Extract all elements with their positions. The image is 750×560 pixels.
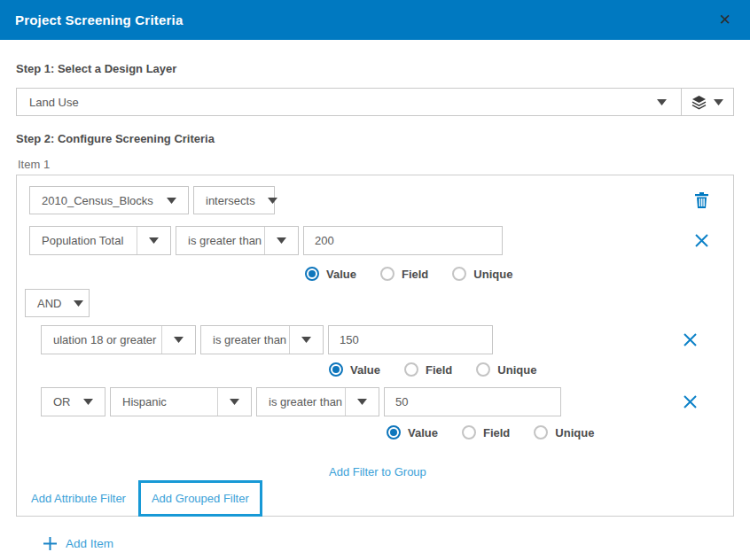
radio-value-label: Value <box>350 363 380 377</box>
filter-row: Population Total is greater than <box>29 226 721 255</box>
item-layer-select[interactable]: 2010_Census_Blocks <box>29 186 189 214</box>
radio-icon <box>380 267 395 281</box>
trash-icon <box>695 192 708 208</box>
radio-value-label: Value <box>326 268 356 281</box>
chevron-down-icon[interactable] <box>289 326 323 354</box>
group-operator-value: AND <box>26 297 70 310</box>
radio-field-label: Field <box>483 426 510 439</box>
radio-selected-icon <box>329 362 343 377</box>
filter-row: ulation 18 or greater is greater than <box>41 325 721 354</box>
tutorial-highlight-box: Add Grouped Filter <box>138 480 262 517</box>
remove-filter2-button[interactable] <box>684 333 697 346</box>
operation-value: intersects <box>194 194 264 207</box>
close-icon <box>684 333 697 346</box>
chevron-down-icon[interactable] <box>217 388 251 416</box>
dialog-header: Project Screening Criteria ✕ <box>0 0 750 40</box>
filter2-value-input[interactable] <box>328 325 493 354</box>
filter3-operator-value: is greater than <box>257 388 345 416</box>
radio-icon <box>476 362 490 377</box>
design-layer-select[interactable]: Land Use <box>16 88 734 116</box>
filter1-operator-select[interactable]: is greater than <box>176 226 299 255</box>
filter2-operator-select[interactable]: is greater than <box>200 325 324 354</box>
close-icon[interactable]: ✕ <box>715 11 735 29</box>
item-label: Item 1 <box>18 158 734 171</box>
close-icon <box>684 395 697 408</box>
filter-row: OR Hispanic is greater than <box>41 387 721 416</box>
filter2-field-value: ulation 18 or greater <box>42 326 161 354</box>
radio-value[interactable]: Value <box>329 362 380 377</box>
step2-label: Step 2: Configure Screening Criteria <box>16 132 734 145</box>
layers-icon <box>691 95 707 110</box>
delete-item-button[interactable] <box>695 192 708 208</box>
chevron-down-icon <box>70 300 95 307</box>
grouped-filter: ulation 18 or greater is greater than <box>41 325 721 478</box>
filter3-operator-select[interactable]: is greater than <box>256 387 379 416</box>
radio-field[interactable]: Field <box>462 425 510 439</box>
step1-label: Step 1: Select a Design Layer <box>16 62 734 75</box>
filter2-field-select[interactable]: ulation 18 or greater <box>41 325 196 354</box>
item-layer-value: 2010_Census_Blocks <box>30 194 163 207</box>
filter3-join-value: OR <box>42 395 80 408</box>
radio-selected-icon <box>305 267 319 281</box>
item-panel: 2010_Census_Blocks intersects <box>16 175 734 517</box>
plus-icon <box>43 536 58 551</box>
add-grouped-filter-link[interactable]: Add Grouped Filter <box>152 492 249 505</box>
add-attribute-filter-link[interactable]: Add Attribute Filter <box>31 492 126 505</box>
remove-filter3-button[interactable] <box>684 395 697 408</box>
chevron-down-icon <box>80 399 105 405</box>
radio-unique-label: Unique <box>473 268 512 281</box>
filter3-value-input[interactable] <box>384 387 561 416</box>
chevron-down-icon <box>163 198 188 204</box>
filter1-field-select[interactable]: Population Total <box>29 226 171 255</box>
radio-unique[interactable]: Unique <box>534 425 594 439</box>
radio-unique-label: Unique <box>555 426 594 439</box>
radio-selected-icon <box>387 425 401 439</box>
radio-field[interactable]: Field <box>404 362 452 377</box>
layers-dropdown-button[interactable] <box>682 89 733 115</box>
radio-value-label: Value <box>408 426 438 439</box>
radio-icon <box>462 425 476 439</box>
chevron-down-icon[interactable] <box>161 326 195 354</box>
radio-icon <box>452 267 466 281</box>
radio-unique[interactable]: Unique <box>476 362 536 377</box>
chevron-down-icon <box>264 198 289 204</box>
radio-icon <box>404 362 418 377</box>
chevron-down-icon <box>714 99 723 105</box>
filter2-operator-value: is greater than <box>201 326 289 354</box>
filter3-join-select[interactable]: OR <box>41 387 105 416</box>
panel-footer-links: Add Attribute Filter Add Grouped Filter <box>31 480 721 517</box>
chevron-down-icon[interactable] <box>137 227 170 254</box>
add-item-button[interactable]: Add Item <box>43 536 734 551</box>
add-filter-to-group-link[interactable]: Add Filter to Group <box>329 465 426 478</box>
group-operator-select[interactable]: AND <box>25 289 90 317</box>
filter3-mode-radios: Value Field Unique <box>387 425 721 439</box>
radio-unique[interactable]: Unique <box>452 267 512 281</box>
radio-value[interactable]: Value <box>305 267 356 281</box>
layer-operation-row: 2010_Census_Blocks intersects <box>29 186 721 214</box>
filter3-field-select[interactable]: Hispanic <box>110 387 252 416</box>
radio-field-label: Field <box>402 268 428 281</box>
filter1-operator-value: is greater than <box>176 227 264 254</box>
filter1-value-input[interactable] <box>303 226 503 255</box>
remove-filter1-button[interactable] <box>695 234 708 247</box>
filter1-field-value: Population Total <box>30 227 137 254</box>
close-icon <box>695 234 708 247</box>
chevron-down-icon[interactable] <box>345 388 379 416</box>
chevron-down-icon[interactable] <box>264 227 298 254</box>
add-item-label: Add Item <box>66 537 113 550</box>
operation-select[interactable]: intersects <box>193 186 275 214</box>
group-operator-row: AND <box>29 289 721 317</box>
filter3-field-value: Hispanic <box>111 388 217 416</box>
radio-icon <box>534 425 548 439</box>
dialog-title: Project Screening Criteria <box>15 12 183 27</box>
radio-field-label: Field <box>426 363 452 377</box>
chevron-down-icon[interactable] <box>643 89 681 115</box>
radio-value[interactable]: Value <box>387 425 438 439</box>
design-layer-value: Land Use <box>17 89 643 115</box>
filter1-mode-radios: Value Field Unique <box>305 267 721 281</box>
radio-field[interactable]: Field <box>380 267 428 281</box>
radio-unique-label: Unique <box>497 363 536 377</box>
filter2-mode-radios: Value Field Unique <box>329 362 721 377</box>
